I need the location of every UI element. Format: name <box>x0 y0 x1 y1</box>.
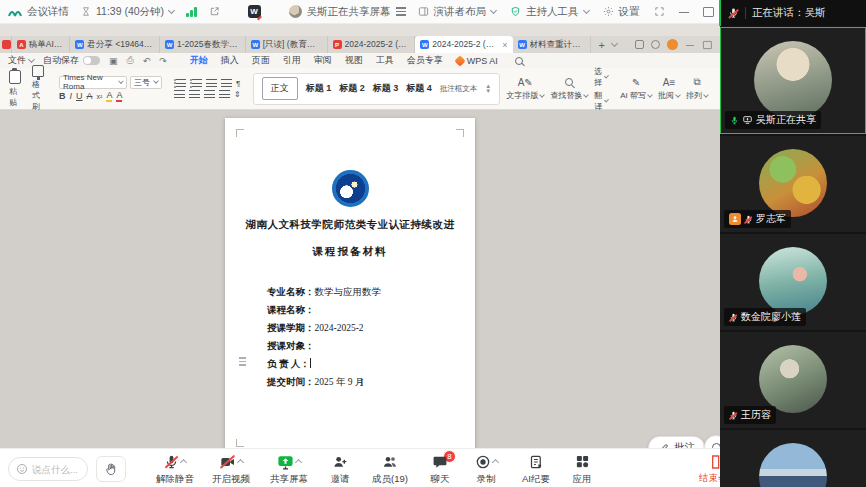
redo-icon[interactable]: ↷ <box>159 56 167 66</box>
help-icon[interactable] <box>651 40 660 49</box>
chevron-up-icon[interactable] <box>295 459 302 466</box>
participant-tile[interactable]: 吴斯正在共享 <box>720 27 866 134</box>
floating-tool-button[interactable] <box>704 435 720 448</box>
meeting-details-button[interactable]: 会议详情 <box>8 5 69 19</box>
menu-view[interactable]: 视图 <box>345 54 363 67</box>
style-gallery-scroll[interactable]: ▲▼ <box>485 84 491 94</box>
chevron-up-icon[interactable] <box>236 459 243 466</box>
share-screen-button[interactable]: 共享屏幕 <box>262 452 316 486</box>
menu-membership[interactable]: 会员专享 <box>407 54 443 67</box>
participant-tile[interactable] <box>720 430 866 487</box>
bullet-list-icon[interactable] <box>174 79 186 88</box>
document-tab[interactable]: W [只读] (教育中心函 (2023) 5… <box>246 36 328 53</box>
style-comment-text[interactable]: 批注框文本 <box>440 84 478 94</box>
participant-tile[interactable]: 罗志军 <box>720 136 866 232</box>
ai-notes-button[interactable]: AI纪要 <box>514 452 558 486</box>
participant-tile[interactable]: 王历容 <box>720 332 866 428</box>
search-icon[interactable] <box>515 57 523 65</box>
arrange-tool[interactable]: ⧉ 排列 <box>686 76 708 101</box>
share-doc-icon[interactable] <box>635 40 644 49</box>
menu-review[interactable]: 审阅 <box>314 54 332 67</box>
menu-reference[interactable]: 引用 <box>283 54 301 67</box>
end-meeting-button[interactable]: 结束会议 <box>688 454 720 485</box>
chevron-up-icon[interactable] <box>491 459 498 466</box>
tab-list-chevron-icon[interactable] <box>611 39 618 46</box>
wrap-button[interactable]: ¶ <box>236 79 240 88</box>
select-tool[interactable]: 选择 <box>594 66 608 88</box>
account-avatar[interactable] <box>667 39 678 50</box>
emoji-icon[interactable] <box>16 463 28 475</box>
style-heading-2[interactable]: 标题 2 <box>339 82 365 95</box>
find-replace-tool[interactable]: 查找替换 <box>550 76 588 101</box>
invite-button[interactable]: 邀请 <box>322 452 358 486</box>
chat-button[interactable]: 8 聊天 <box>422 452 458 486</box>
annotate-button[interactable]: 批注 <box>648 436 705 448</box>
quick-chat-input[interactable] <box>32 464 80 475</box>
document-tab[interactable] <box>0 36 12 53</box>
participant-tile[interactable]: 数金院廖小莲 <box>720 234 866 330</box>
settings-button[interactable]: 设置 <box>603 5 640 19</box>
paste-button[interactable]: 粘贴 <box>6 69 24 109</box>
underline-button[interactable]: U <box>76 91 83 101</box>
menu-insert[interactable]: 插入 <box>221 54 239 67</box>
align-left-icon[interactable] <box>174 90 185 99</box>
quick-chat-input-wrap[interactable] <box>8 457 88 481</box>
text-layout-tool[interactable]: A✎ 文字排版 <box>506 76 544 101</box>
menu-home[interactable]: 开始 <box>190 54 208 67</box>
host-tools-button[interactable]: 主持人工具 <box>510 5 589 19</box>
align-center-icon[interactable] <box>189 90 200 99</box>
menu-wps-ai[interactable]: WPS AI <box>456 54 498 67</box>
undo-icon[interactable]: ↶ <box>143 56 151 66</box>
autosave-toggle[interactable]: 自动保存 <box>43 54 100 67</box>
document-tab[interactable]: W 材料查重计算带页.docx <box>513 36 591 53</box>
outdent-icon[interactable] <box>206 79 217 88</box>
justify-icon[interactable] <box>219 90 230 99</box>
fullscreen-icon[interactable] <box>654 6 665 17</box>
raise-hand-button[interactable] <box>96 456 126 482</box>
align-right-icon[interactable] <box>204 90 215 99</box>
paragraph-drag-handle[interactable] <box>239 357 246 366</box>
document-tab[interactable]: W 1-2025春数学应用课程专业1(1… <box>160 36 246 53</box>
record-button[interactable]: 录制 <box>464 452 508 486</box>
style-heading-3[interactable]: 标题 3 <box>373 82 399 95</box>
apps-button[interactable]: 应用 <box>564 452 600 486</box>
print-icon[interactable]: ⎙ <box>127 55 134 66</box>
bold-button[interactable]: B <box>59 91 66 101</box>
document-tab[interactable]: A 稿单AI帮写 <box>12 36 71 53</box>
chevron-up-icon[interactable] <box>180 459 187 466</box>
open-external-button[interactable] <box>209 6 220 17</box>
font-name-select[interactable]: Times New Roma <box>59 76 127 89</box>
document-tab-active[interactable]: W 2024-2025-2 (XXXXX (资料… × <box>415 36 512 53</box>
document-tab[interactable]: W 君分享 <19464228 - (初中数学探… <box>70 36 160 53</box>
strikethrough-button[interactable]: A <box>87 91 93 101</box>
superscript-button[interactable]: x² <box>97 93 103 100</box>
wps-maximize-icon[interactable] <box>703 41 711 49</box>
document-tab[interactable]: P 2024-2025-2 (初中数学解题研究… <box>328 36 416 53</box>
numbered-list-icon[interactable] <box>190 79 202 88</box>
indent-icon[interactable] <box>221 79 232 88</box>
document-page[interactable]: 湖南人文科技学院师范类专业认证持续改进 课程报备材料 专业名称：数学与应用数学 … <box>225 118 475 448</box>
font-color-button[interactable]: A <box>116 91 122 102</box>
menu-page[interactable]: 页面 <box>252 54 270 67</box>
start-video-button[interactable]: 开启视频 <box>206 452 256 486</box>
italic-button[interactable]: I <box>70 91 73 101</box>
review-tool[interactable]: A≡ 批阅 <box>658 76 680 101</box>
sharing-status[interactable]: 吴斯正在共享屏幕 <box>289 5 406 19</box>
network-signal[interactable] <box>186 7 197 17</box>
line-spacing-button[interactable]: ⇕ <box>234 90 241 99</box>
ai-write-tool[interactable]: ✎ AI 帮写 <box>620 76 652 101</box>
translate-tool[interactable]: 翻译 <box>594 90 608 112</box>
style-heading-4[interactable]: 标题 4 <box>406 82 432 95</box>
layout-button[interactable]: 演讲者布局 <box>418 5 497 19</box>
style-heading-1[interactable]: 标题 1 <box>306 82 332 95</box>
wps-minimize-icon[interactable] <box>686 41 694 49</box>
save-icon[interactable]: ▣ <box>109 56 118 66</box>
close-tab-icon[interactable]: × <box>502 40 507 50</box>
style-body-text[interactable]: 正文 <box>262 77 298 100</box>
unmute-button[interactable]: 解除静音 <box>150 452 200 486</box>
menu-tools[interactable]: 工具 <box>376 54 394 67</box>
new-tab-button[interactable]: + <box>599 39 605 51</box>
maximize-icon[interactable] <box>703 7 713 17</box>
font-size-select[interactable]: 三号 <box>130 76 162 89</box>
format-painter-button[interactable]: 格式刷 <box>29 64 47 113</box>
